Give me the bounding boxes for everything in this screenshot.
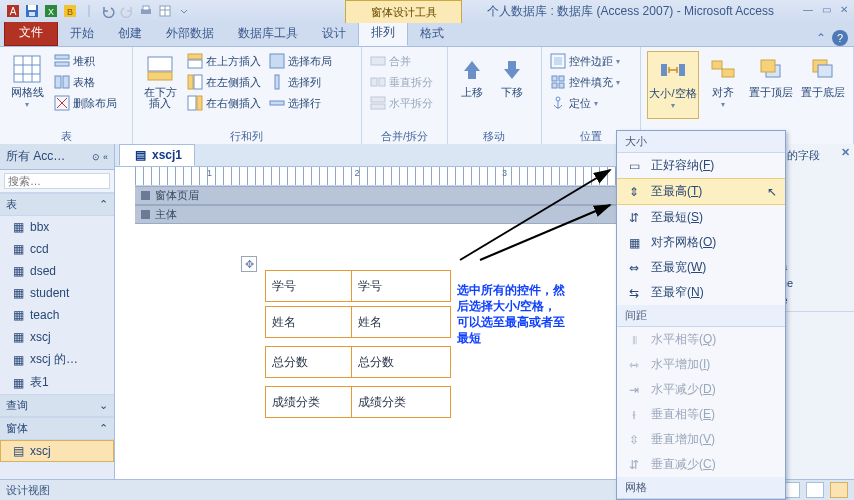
- redo-icon[interactable]: [118, 2, 136, 20]
- control-margins-button[interactable]: 控件边距▾: [548, 51, 622, 71]
- window-controls: — ▭ ✕: [800, 2, 852, 16]
- select-column-button[interactable]: 选择列: [267, 72, 334, 92]
- menu-header-grid: 网格: [617, 477, 785, 499]
- help-icon[interactable]: ?: [832, 30, 848, 46]
- view-design-icon[interactable]: [830, 482, 848, 498]
- nav-header[interactable]: 所有 Acc… ⊙ «: [0, 144, 114, 170]
- insert-right-button[interactable]: 在右侧插入: [185, 93, 263, 113]
- close-icon[interactable]: ✕: [836, 2, 852, 16]
- insert-below-label: 在下方插入: [139, 87, 181, 109]
- send-back-button[interactable]: 置于底层: [799, 51, 847, 117]
- tab-home[interactable]: 开始: [58, 21, 106, 46]
- svg-rect-53: [722, 69, 734, 77]
- svg-rect-46: [559, 76, 564, 81]
- tab-design[interactable]: 设计: [310, 21, 358, 46]
- layout-selector-icon[interactable]: ✥: [241, 256, 257, 272]
- restore-icon[interactable]: ▭: [818, 2, 834, 16]
- print-icon[interactable]: [137, 2, 155, 20]
- anchoring-button[interactable]: 定位▾: [548, 93, 622, 113]
- expand-icon: ⌄: [99, 399, 108, 412]
- textbox-xingming[interactable]: 姓名: [351, 306, 451, 338]
- bring-front-button[interactable]: 置于顶层: [747, 51, 795, 117]
- svg-rect-33: [188, 96, 196, 110]
- label-zongfenshu[interactable]: 总分数: [265, 346, 359, 378]
- insert-below-big[interactable]: 在下方插入: [139, 51, 181, 117]
- menu-to-grid[interactable]: ▦对齐网格(O): [617, 230, 785, 255]
- svg-rect-4: [29, 12, 35, 16]
- search-input[interactable]: [4, 173, 110, 189]
- svg-rect-15: [14, 56, 40, 82]
- tab-create[interactable]: 创建: [106, 21, 154, 46]
- table-item[interactable]: ▦teach: [0, 304, 114, 326]
- table-item[interactable]: ▦xscj: [0, 326, 114, 348]
- tab-format[interactable]: 格式: [408, 21, 456, 46]
- insert-above-button[interactable]: 在上方插入: [185, 51, 263, 71]
- gridlines-button[interactable]: 网格线 ▾: [6, 51, 48, 117]
- select-row-button[interactable]: 选择行: [267, 93, 334, 113]
- tabular-button[interactable]: 表格: [52, 72, 119, 92]
- collapse-ribbon-icon[interactable]: ⌃: [816, 31, 826, 45]
- tab-dbtools[interactable]: 数据库工具: [226, 21, 310, 46]
- excel-icon[interactable]: X: [42, 2, 60, 20]
- control-padding-button[interactable]: 控件填充▾: [548, 72, 622, 92]
- select-layout-button[interactable]: 选择布局: [267, 51, 334, 71]
- svg-rect-40: [379, 78, 385, 86]
- svg-rect-23: [63, 76, 69, 88]
- minimize-icon[interactable]: —: [800, 2, 816, 16]
- align-button[interactable]: 对齐 ▾: [703, 51, 743, 117]
- tab-arrange[interactable]: 排列: [358, 19, 408, 46]
- size-space-button[interactable]: 大小/空格 ▾: [647, 51, 699, 119]
- size-space-menu: 大小 ▭正好容纳(F) ⇕至最高(T)↖ ⇵至最短(S) ▦对齐网格(O) ⇔至…: [616, 130, 786, 500]
- label-xuehao[interactable]: 学号: [265, 270, 359, 302]
- stacked-button[interactable]: 堆积: [52, 51, 119, 71]
- form-icon: ▤: [132, 147, 148, 163]
- table-item[interactable]: ▦ccd: [0, 238, 114, 260]
- word-icon[interactable]: B: [61, 2, 79, 20]
- textbox-zongfenshu[interactable]: 总分数: [351, 346, 451, 378]
- qat-more-icon[interactable]: [175, 2, 193, 20]
- tab-externaldata[interactable]: 外部数据: [154, 21, 226, 46]
- insert-left-button[interactable]: 在左侧插入: [185, 72, 263, 92]
- table-item[interactable]: ▦表1: [0, 371, 114, 394]
- nav-cat-forms[interactable]: 窗体⌃: [0, 417, 114, 440]
- svg-text:A: A: [10, 6, 17, 17]
- menu-shortest[interactable]: ⇵至最短(S): [617, 205, 785, 230]
- nav-cat-tables[interactable]: 表⌃: [0, 193, 114, 216]
- close-pane-icon[interactable]: ✕: [841, 146, 850, 159]
- menu-fit[interactable]: ▭正好容纳(F): [617, 153, 785, 178]
- form-item-xscj[interactable]: ▤xscj: [0, 440, 114, 462]
- textbox-xuehao[interactable]: 学号: [351, 270, 451, 302]
- undo-icon[interactable]: [99, 2, 117, 20]
- label-chengjifenlei[interactable]: 成绩分类: [265, 386, 359, 418]
- table-icon: ▦: [10, 329, 26, 345]
- svg-rect-3: [28, 5, 36, 10]
- view-layout-icon[interactable]: [806, 482, 824, 498]
- tallest-icon: ⇕: [625, 184, 643, 200]
- contextual-tab-label: 窗体设计工具: [345, 0, 462, 23]
- table-item[interactable]: ▦student: [0, 282, 114, 304]
- hinc-icon: ⇿: [625, 357, 643, 373]
- nav-cat-queries[interactable]: 查询⌄: [0, 394, 114, 417]
- quick-access-toolbar: A X B: [4, 2, 193, 20]
- table-item[interactable]: ▦xscj 的…: [0, 348, 114, 371]
- move-down-button[interactable]: 下移: [494, 51, 530, 117]
- menu-widest[interactable]: ⇔至最宽(W): [617, 255, 785, 280]
- doc-tab-xscj1[interactable]: ▤ xscj1: [119, 144, 195, 166]
- remove-layout-button[interactable]: 删除布局: [52, 93, 119, 113]
- save-icon[interactable]: [23, 2, 41, 20]
- menu-vdec: ⇵垂直减少(C): [617, 452, 785, 477]
- nav-tables-list: ▦bbx ▦ccd ▦dsed ▦student ▦teach ▦xscj ▦x…: [0, 216, 114, 394]
- svg-rect-38: [371, 57, 385, 65]
- move-up-button[interactable]: 上移: [454, 51, 490, 117]
- label-xingming[interactable]: 姓名: [265, 306, 359, 338]
- table-item[interactable]: ▦bbx: [0, 216, 114, 238]
- menu-tallest[interactable]: ⇕至最高(T)↖: [617, 178, 785, 205]
- qat-sep: [80, 2, 98, 20]
- textbox-chengjifenlei[interactable]: 成绩分类: [351, 386, 451, 418]
- widest-icon: ⇔: [625, 260, 643, 276]
- datasheet-icon[interactable]: [156, 2, 174, 20]
- tab-file[interactable]: 文件: [4, 20, 58, 46]
- table-item[interactable]: ▦dsed: [0, 260, 114, 282]
- group-table: 网格线 ▾ 堆积 表格 删除布局 表: [0, 47, 133, 145]
- menu-narrowest[interactable]: ⇆至最窄(N): [617, 280, 785, 305]
